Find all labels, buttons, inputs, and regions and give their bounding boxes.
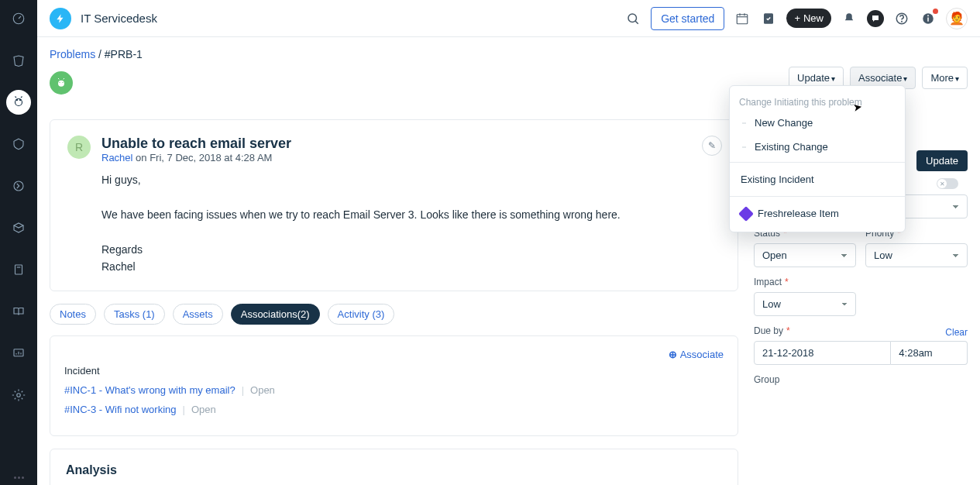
bell-icon[interactable] xyxy=(841,10,858,27)
svg-line-4 xyxy=(15,97,17,98)
svg-point-13 xyxy=(17,394,21,397)
svg-rect-24 xyxy=(927,17,929,21)
requester-avatar: R xyxy=(67,136,91,159)
incident-status: Open xyxy=(250,384,275,396)
svg-rect-16 xyxy=(738,14,748,23)
svg-point-14 xyxy=(628,14,637,22)
search-icon[interactable] xyxy=(624,10,641,27)
ticket-meta: on Fri, 7 Dec, 2018 at 4:28 AM xyxy=(132,152,272,163)
cursor-icon: ➤ xyxy=(852,100,864,114)
clear-link[interactable]: Clear xyxy=(945,327,968,338)
svg-point-2 xyxy=(16,99,18,101)
associate-menu: Change Initiating this problem New Chang… xyxy=(729,85,906,232)
due-date-input[interactable] xyxy=(754,341,891,365)
left-nav-rail xyxy=(0,0,37,485)
analysis-title: Analysis xyxy=(66,463,722,477)
topbar: IT Servicedesk Get started +New 🧑‍🦰 xyxy=(37,0,980,37)
help-icon[interactable] xyxy=(893,10,910,27)
calendar-icon[interactable] xyxy=(734,10,751,27)
menu-freshrelease[interactable]: Freshrelease Item xyxy=(730,200,905,227)
svg-line-5 xyxy=(21,97,22,98)
impact-select[interactable]: Low xyxy=(754,292,856,316)
svg-rect-7 xyxy=(15,265,22,274)
tab-assets[interactable]: Assets xyxy=(173,304,223,325)
svg-line-30 xyxy=(64,78,64,79)
breadcrumb-id: #PRB-1 xyxy=(105,48,143,60)
get-started-button[interactable]: Get started xyxy=(651,7,724,30)
nav-more[interactable] xyxy=(14,476,24,479)
more-dropdown[interactable]: More▾ xyxy=(922,67,968,89)
workspace-title: IT Servicedesk xyxy=(81,12,157,25)
analysis-panel: Analysis ⇄ Root Cause Email server 3 has… xyxy=(50,449,738,485)
profile-avatar[interactable]: 🧑‍🦰 xyxy=(946,8,968,29)
svg-point-25 xyxy=(927,15,929,16)
info-icon[interactable] xyxy=(920,10,937,27)
svg-line-15 xyxy=(635,21,638,24)
tabs: Notes Tasks (1) Assets Associations(2) A… xyxy=(50,304,738,325)
dueby-label: Due by* xyxy=(754,325,968,336)
freshrelease-icon xyxy=(738,206,754,222)
problem-icon xyxy=(50,71,73,95)
associated-incident: #INC-3 - Wifi not working | Open xyxy=(64,404,724,415)
update-button[interactable]: Update xyxy=(916,150,968,171)
incident-status: Open xyxy=(191,404,216,415)
menu-section-label: Change Initiating this problem xyxy=(730,91,905,111)
svg-point-26 xyxy=(58,81,64,87)
nav-problems[interactable] xyxy=(6,90,31,115)
nav-tickets[interactable] xyxy=(6,48,31,73)
assoc-section-title: Incident xyxy=(64,365,724,377)
tab-tasks[interactable]: Tasks (1) xyxy=(104,304,165,325)
associated-incident: #INC-1 - What's wrong with my email? | O… xyxy=(64,384,724,396)
impact-label: Impact* xyxy=(754,277,856,287)
nav-dashboard[interactable] xyxy=(6,6,31,31)
associate-link[interactable]: ⊕Associate xyxy=(669,349,724,360)
associations-panel: ⊕Associate Incident #INC-1 - What's wron… xyxy=(50,335,738,436)
edit-icon[interactable]: ✎ xyxy=(702,136,722,156)
nav-reports[interactable] xyxy=(6,341,31,366)
nav-releases[interactable] xyxy=(6,174,31,198)
menu-existing-change[interactable]: Existing Change xyxy=(730,135,905,159)
svg-point-28 xyxy=(62,82,63,83)
tab-associations[interactable]: Associations(2) xyxy=(231,304,320,325)
nav-knowledge[interactable] xyxy=(6,299,31,324)
tab-notes[interactable]: Notes xyxy=(50,304,96,325)
nav-assets[interactable] xyxy=(6,215,31,240)
incident-link[interactable]: #INC-1 - What's wrong with my email? xyxy=(64,384,236,396)
tab-activity[interactable]: Activity (3) xyxy=(328,304,395,325)
ticket-card: ✎ R Unable to reach email server Rachel … xyxy=(50,119,738,291)
requester-link[interactable]: Rachel xyxy=(101,152,132,163)
due-time-input[interactable] xyxy=(891,341,968,365)
priority-select[interactable]: Low xyxy=(865,243,968,267)
svg-point-22 xyxy=(902,21,903,22)
svg-line-29 xyxy=(58,78,59,79)
menu-existing-incident[interactable]: Existing Incident xyxy=(730,166,905,193)
ticket-title: Unable to reach email server xyxy=(101,136,291,152)
watcher-toggle[interactable]: ✕ xyxy=(937,178,958,189)
status-select[interactable]: Open xyxy=(754,243,856,267)
incident-link[interactable]: #INC-3 - Wifi not working xyxy=(64,404,176,415)
todo-icon[interactable] xyxy=(760,10,777,27)
breadcrumb-root[interactable]: Problems xyxy=(50,48,95,60)
svg-point-3 xyxy=(20,99,22,101)
brand-icon xyxy=(50,8,71,29)
nav-admin[interactable] xyxy=(6,383,31,408)
new-button[interactable]: +New xyxy=(786,9,831,28)
nav-solutions[interactable] xyxy=(6,257,31,282)
group-label: Group xyxy=(754,374,968,385)
menu-new-change[interactable]: New Change xyxy=(730,111,905,135)
chat-icon[interactable] xyxy=(867,10,884,27)
nav-changes[interactable] xyxy=(6,132,31,157)
svg-point-27 xyxy=(59,82,60,83)
